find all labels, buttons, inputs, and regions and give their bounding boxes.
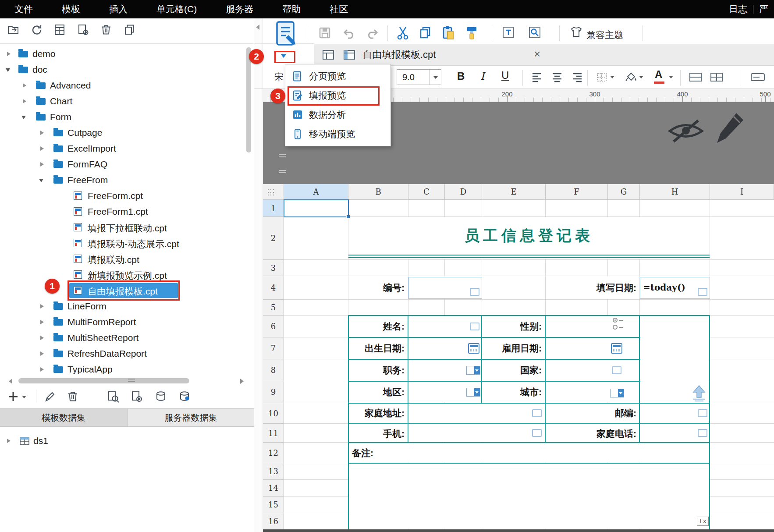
panel-splitter[interactable]: [254, 18, 263, 532]
sidebar-item-formfaq[interactable]: FormFAQ: [0, 156, 245, 172]
menu-community[interactable]: 社区: [315, 3, 362, 15]
radio-widget[interactable]: [613, 318, 623, 330]
chevron-right-icon[interactable]: [40, 146, 44, 151]
sidebar-item-freefrom[interactable]: FreeFrom: [0, 172, 245, 188]
field-label-gender[interactable]: 性别:: [482, 321, 542, 332]
merge-cells-icon[interactable]: [689, 72, 702, 82]
row-header-2[interactable]: 2: [263, 217, 284, 260]
split-cells-icon[interactable]: [710, 72, 723, 82]
borders-icon[interactable]: [596, 72, 607, 82]
checkbox-widget[interactable]: [532, 429, 542, 437]
row-header-13[interactable]: 13: [263, 463, 284, 480]
database-icon[interactable]: [155, 390, 167, 403]
delete-icon[interactable]: [100, 24, 112, 36]
sidebar-item-excelimport[interactable]: ExcelImport: [0, 141, 245, 156]
row-splitter-grip[interactable]: [279, 154, 286, 159]
delete-dataset-icon[interactable]: [67, 390, 79, 403]
checkbox-widget[interactable]: [698, 409, 707, 417]
preview-dataset-icon[interactable]: [107, 390, 120, 404]
chevron-right-icon[interactable]: [40, 336, 44, 340]
row-header-8[interactable]: 8: [263, 359, 284, 381]
merged-cell[interactable]: [409, 404, 545, 442]
field-label-name[interactable]: 姓名:: [348, 321, 405, 332]
chevron-right-icon[interactable]: [40, 131, 44, 135]
textarea-widget[interactable]: tx: [697, 517, 709, 526]
row-header-6[interactable]: 6: [263, 316, 284, 337]
sidebar-item-doc[interactable]: doc: [0, 62, 245, 78]
chevron-right-icon[interactable]: [23, 99, 26, 103]
date-picker-widget[interactable]: [468, 343, 479, 354]
font-name-select[interactable]: 宋: [274, 71, 284, 83]
document-tab[interactable]: 自由填报模板.cpt: [362, 44, 529, 66]
field-widget-icon[interactable]: [750, 73, 765, 82]
sidebar-item-refreshdatareport[interactable]: RefreshDataReport: [0, 346, 245, 362]
chevron-right-icon[interactable]: [40, 367, 44, 372]
field-label-city[interactable]: 城市:: [482, 387, 542, 398]
field-label-mobile[interactable]: 手机:: [348, 428, 405, 440]
edit-dataset-icon[interactable]: [44, 390, 56, 403]
selection-handle[interactable]: [346, 215, 350, 219]
chevron-right-icon[interactable]: [40, 304, 44, 309]
tab-server-datasets[interactable]: 服务器数据集: [127, 408, 254, 427]
report-view-icon[interactable]: [322, 49, 334, 61]
compat-theme-icon[interactable]: [570, 25, 583, 39]
sidebar-item-form[interactable]: Form: [0, 109, 245, 125]
sidebar-item-multiformreport[interactable]: MultiFormReport: [0, 314, 245, 330]
field-label-fill-date[interactable]: 填写日期:: [546, 282, 636, 294]
menu-user[interactable]: 严: [753, 3, 774, 15]
checkbox-widget[interactable]: [612, 366, 621, 374]
row-header-11[interactable]: 11: [263, 424, 284, 443]
dataset-item-ds1[interactable]: ds1: [0, 433, 245, 449]
row-header-10[interactable]: 10: [263, 403, 284, 424]
copy-template-icon[interactable]: [124, 24, 136, 36]
chevron-down-icon[interactable]: [39, 179, 43, 182]
row-header-3[interactable]: 3: [263, 260, 284, 276]
sidebar-item-typicalapp[interactable]: TypicalApp: [0, 362, 245, 376]
field-label-region[interactable]: 地区:: [348, 387, 405, 398]
field-label-no[interactable]: 编号:: [348, 282, 405, 294]
column-header-f[interactable]: F: [546, 184, 608, 200]
align-right-icon[interactable]: [572, 72, 583, 83]
chevron-right-icon[interactable]: [40, 162, 44, 167]
checkbox-widget[interactable]: [470, 288, 479, 296]
menu-file[interactable]: 文件: [0, 3, 47, 15]
scroll-left-icon[interactable]: [9, 379, 12, 384]
tree-vertical-scrollbar[interactable]: [246, 47, 251, 153]
row-header-9[interactable]: 9: [263, 381, 284, 403]
font-color-button[interactable]: A: [655, 68, 662, 81]
cut-icon[interactable]: [396, 25, 409, 40]
chevron-right-icon[interactable]: [40, 320, 44, 324]
column-header-i[interactable]: I: [710, 184, 774, 200]
row-header-14[interactable]: 14: [263, 480, 284, 497]
font-color-caret-icon[interactable]: [669, 76, 673, 78]
column-header-d[interactable]: D: [445, 184, 482, 200]
chevron-down-icon[interactable]: [21, 116, 26, 119]
sidebar-item-linkage-cpt[interactable]: 填报联动.cpt: [0, 251, 245, 267]
menu-item-data-analysis[interactable]: 数据分析: [285, 105, 391, 124]
scroll-right-icon[interactable]: [240, 379, 244, 384]
splitter-grip[interactable]: [128, 379, 135, 383]
chevron-right-icon[interactable]: [7, 439, 11, 443]
close-tab-icon[interactable]: ×: [534, 47, 540, 61]
borders-caret-icon[interactable]: [610, 76, 614, 78]
row-header-15[interactable]: 15: [263, 497, 284, 513]
underline-button[interactable]: U: [501, 69, 509, 82]
checkbox-widget[interactable]: [470, 323, 479, 330]
redo-icon[interactable]: [366, 27, 380, 39]
select-all-corner[interactable]: [263, 184, 284, 200]
combobox-widget[interactable]: [610, 389, 624, 397]
form-view-icon[interactable]: [343, 49, 355, 61]
sidebar-item-demo[interactable]: demo: [0, 46, 245, 62]
field-label-zip[interactable]: 邮编:: [546, 408, 636, 419]
fill-color-caret-icon[interactable]: [639, 76, 643, 78]
menu-template[interactable]: 模板: [47, 3, 95, 15]
collapse-panel-icon[interactable]: [256, 25, 259, 30]
fill-color-icon[interactable]: [624, 71, 636, 82]
merged-cell[interactable]: [349, 464, 709, 529]
font-size-select[interactable]: 9.0: [397, 69, 441, 85]
report-title[interactable]: 员工信息登记表: [348, 218, 710, 254]
menu-item-mobile-preview[interactable]: 移动端预览: [285, 124, 391, 144]
sidebar-item-freeform1-cpt[interactable]: FreeForm1.cpt: [0, 204, 245, 220]
sidebar-item-linkage-dynamic-cpt[interactable]: 填报联动-动态展示.cpt: [0, 235, 245, 251]
field-label-job[interactable]: 职务:: [348, 365, 405, 376]
